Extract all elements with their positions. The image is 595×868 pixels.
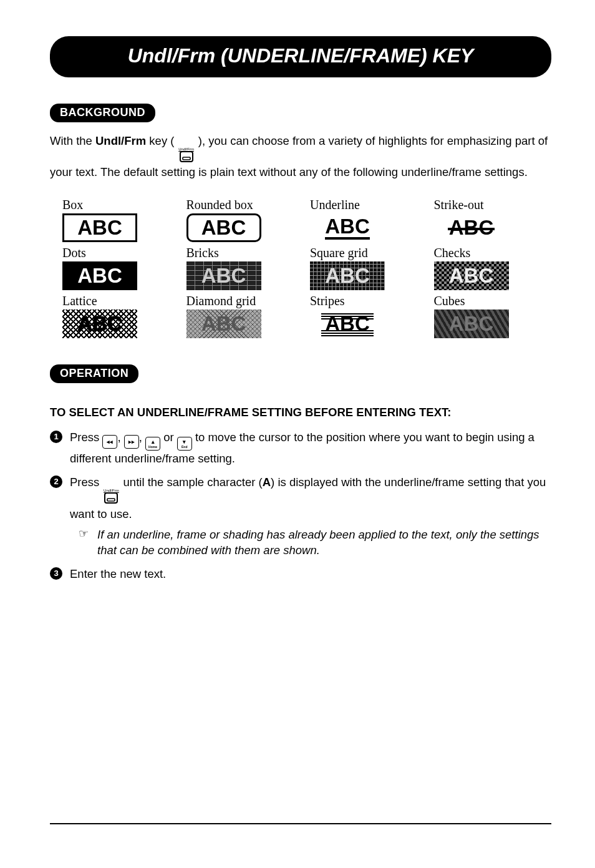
sample-swatch: ABC (62, 261, 137, 290)
sample-text: ABC (449, 313, 494, 334)
arrow-key-icon: ◂◂ (102, 435, 117, 449)
arrow-key-icon: ▾End (177, 437, 192, 451)
sample-swatch: ABC (62, 310, 137, 338)
sample-item: Diamond gridABC (186, 294, 292, 338)
sample-label: Strike-out (434, 198, 539, 212)
key-icon-superscript: Undl/Frm (178, 147, 195, 151)
sample-text: ABC (77, 313, 122, 334)
sample-text: ABC (449, 217, 494, 238)
sample-item: StripesABC (310, 294, 415, 338)
bg-key-name: Undl/Frm (95, 134, 146, 147)
sample-label: Lattice (62, 294, 168, 308)
step3-text: Enter the new text. (70, 567, 166, 580)
operation-steps: Press ◂◂, ▸▸, ▴Home or ▾End to move the … (50, 429, 551, 582)
bg-text-pre: With the (50, 134, 95, 147)
sample-text: ABC (325, 313, 370, 334)
sample-swatch: ABC (310, 310, 385, 338)
section-label-background: BACKGROUND (50, 104, 155, 122)
pointing-hand-icon: ☞ (79, 527, 89, 558)
sample-label: Box (62, 198, 168, 212)
sample-label: Bricks (186, 246, 292, 260)
background-paragraph: With the Undl/Frm key ( Undl/Frm ), you … (50, 134, 551, 180)
step-3: Enter the new text. (50, 566, 551, 582)
sample-text: ABC (201, 313, 246, 334)
sample-item: BricksABC (186, 246, 292, 290)
sample-item: UnderlineABC (310, 198, 415, 242)
section-label-operation: OPERATION (50, 364, 138, 383)
sample-text: ABC (325, 265, 370, 286)
sample-text: ABC (449, 265, 494, 286)
sample-item: CubesABC (434, 294, 539, 338)
sample-item: Square gridABC (310, 246, 415, 290)
sample-item: DotsABC (62, 246, 168, 290)
sample-swatch: ABC (434, 310, 509, 338)
bg-text-mid: key ( (146, 134, 177, 147)
sample-swatch: ABC (310, 213, 385, 242)
page-title: Undl/Frm (UNDERLINE/FRAME) KEY (50, 36, 551, 77)
step-2: Press Undl/Frm until the sample characte… (50, 474, 551, 558)
sample-text: ABC (201, 217, 246, 238)
sample-text: ABC (77, 265, 122, 286)
sample-swatch: ABC (434, 213, 509, 242)
step1-pre: Press (70, 431, 102, 444)
sample-item: Strike-outABC (434, 198, 539, 242)
step-1: Press ◂◂, ▸▸, ▴Home or ▾End to move the … (50, 429, 551, 467)
sample-text: ABC (325, 216, 370, 240)
sample-label: Rounded box (186, 198, 292, 212)
sample-text: ABC (201, 265, 246, 286)
sample-swatch: ABC (186, 310, 261, 338)
step2-mid: until the sample character ( (120, 475, 262, 489)
sample-label: Square grid (310, 246, 415, 260)
sample-swatch: ABC (310, 261, 385, 290)
sample-item: ChecksABC (434, 246, 539, 290)
arrow-key-icon: ▴Home (145, 437, 160, 451)
step2-note: ☞ If an underline, frame or shading has … (70, 527, 551, 558)
svg-rect-1 (183, 157, 190, 160)
sample-label: Dots (62, 246, 168, 260)
sample-swatch: ABC (186, 261, 261, 290)
sample-swatch: ABC (62, 213, 137, 242)
sample-label: Checks (434, 246, 539, 260)
step2-note-text: If an underline, frame or shading has al… (97, 527, 551, 558)
page: Undl/Frm (UNDERLINE/FRAME) KEY BACKGROUN… (0, 0, 595, 868)
operation-section: OPERATION TO SELECT AN UNDERLINE/FRAME S… (50, 364, 551, 590)
sample-item: Rounded boxABC (186, 198, 292, 242)
sample-label: Underline (310, 198, 415, 212)
sample-text: ABC (77, 217, 122, 238)
svg-rect-3 (107, 499, 115, 501)
step2-pre: Press (70, 475, 102, 489)
undl-frm-key-icon: Undl/Frm (102, 489, 120, 506)
key-icon-superscript: Undl/Frm (102, 489, 120, 492)
samples-grid: BoxABCRounded boxABCUnderlineABCStrike-o… (62, 198, 539, 338)
sample-label: Diamond grid (186, 294, 292, 308)
operation-heading: TO SELECT AN UNDERLINE/FRAME SETTING BEF… (50, 406, 551, 419)
sample-label: Cubes (434, 294, 539, 308)
sample-swatch: ABC (434, 261, 509, 290)
arrow-key-icon: ▸▸ (124, 435, 139, 449)
step2-sample-char: A (263, 475, 271, 489)
background-section: BACKGROUND With the Undl/Frm key ( Undl/… (50, 104, 551, 364)
footer-rule (50, 823, 551, 824)
sample-item: LatticeABC (62, 294, 168, 338)
undl-frm-key-icon: Undl/Frm (178, 147, 195, 165)
sample-item: BoxABC (62, 198, 168, 242)
sample-swatch: ABC (186, 213, 261, 242)
sample-label: Stripes (310, 294, 415, 308)
